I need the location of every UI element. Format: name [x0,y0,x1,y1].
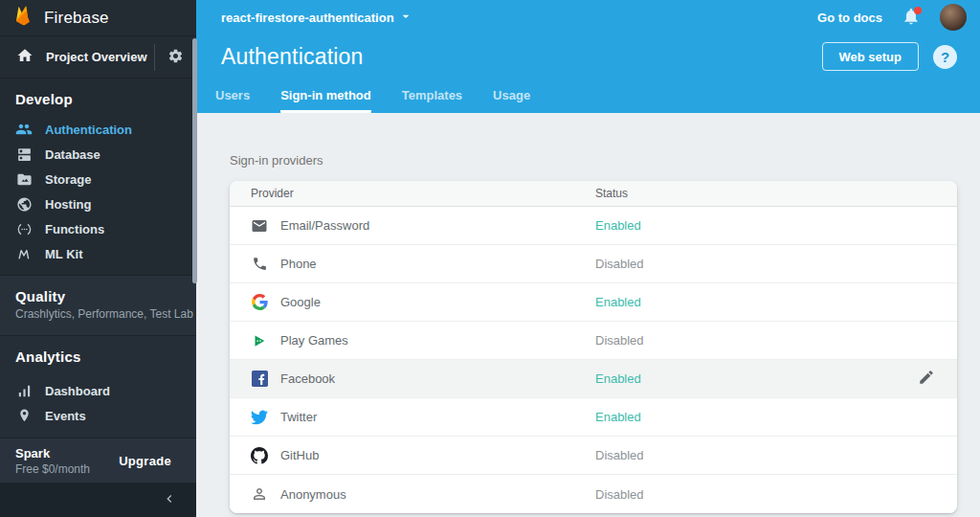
tab-bar: Users Sign-in method Templates Usage [196,79,980,113]
people-icon [15,121,33,138]
sidebar-item-ml-kit[interactable]: ML Kit [0,241,196,266]
sidebar-scrollbar[interactable] [192,38,197,283]
table-row-email-password[interactable]: Email/Password Enabled [230,207,957,245]
sidebar-item-authentication[interactable]: Authentication [0,117,196,142]
facebook-icon [251,371,268,388]
sidebar-section-quality[interactable]: Quality Crashlytics, Performance, Test L… [0,276,196,336]
provider-status: Enabled [595,295,896,309]
topbar-actions: Go to docs [817,4,967,31]
sidebar-item-dashboard[interactable]: Dashboard [0,378,196,403]
provider-status: Disabled [595,448,896,462]
provider-name: Twitter [280,410,317,424]
sidebar-section-develop: Develop Authentication Database Storage [0,79,196,276]
brand-name: Firebase [44,9,109,28]
provider-name: Anonymous [280,487,346,502]
project-switcher[interactable]: react-firestore-authentication [221,9,413,27]
provider-name: GitHub [280,448,319,462]
chevron-left-icon [162,491,177,509]
table-header: Provider Status [230,181,957,207]
provider-name: Phone [280,257,317,271]
column-provider: Provider [251,187,595,200]
ml-kit-icon [15,245,33,262]
plan-bar: Spark Free $0/month Upgrade [0,438,196,483]
firebase-brand[interactable]: Firebase [0,0,196,36]
pencil-icon [918,369,935,389]
table-row-facebook[interactable]: Facebook Enabled [230,360,957,398]
provider-status: Enabled [595,410,896,424]
functions-icon [15,220,33,237]
globe-icon [15,195,33,213]
quality-heading: Quality [0,288,196,304]
table-row-play-games[interactable]: Play Games Disabled [230,322,957,360]
title-row: Authentication Web setup ? [196,34,980,79]
table-row-github[interactable]: GitHub Disabled [230,437,957,475]
section-label: Sign-in providers [230,153,957,168]
plan-detail: Free $0/month [15,462,90,476]
firebase-logo-icon [14,5,32,31]
collapse-sidebar-button[interactable] [162,491,177,509]
bar-chart-icon [15,382,33,399]
provider-status: Enabled [595,218,896,233]
provider-name: Facebook [280,371,335,386]
go-to-docs-link[interactable]: Go to docs [817,11,882,25]
edit-provider-button[interactable] [915,368,938,391]
chevron-down-icon [398,9,413,27]
sidebar-item-storage[interactable]: Storage [0,167,196,191]
notification-badge [914,7,922,14]
provider-name: Google [280,295,321,309]
sidebar-footer [0,483,196,517]
notifications-button[interactable] [900,6,923,29]
gear-icon [167,48,184,67]
content: Sign-in providers Provider Status Email/… [196,113,980,517]
analytics-heading: Analytics [0,348,196,365]
provider-name: Email/Password [280,218,369,233]
topbar: react-firestore-authentication Go to doc… [196,0,980,34]
tab-templates[interactable]: Templates [402,79,462,113]
twitter-icon [251,409,268,426]
avatar[interactable] [940,4,967,31]
table-row-phone[interactable]: Phone Disabled [230,245,957,283]
upgrade-button[interactable]: Upgrade [107,446,183,476]
firebase-console: Firebase Project Overview Develop Authen… [0,0,980,517]
play-games-icon [251,332,268,349]
tab-users[interactable]: Users [215,79,250,113]
table-row-google[interactable]: Google Enabled [230,283,957,322]
tab-sign-in-method[interactable]: Sign-in method [280,79,371,113]
table-row-twitter[interactable]: Twitter Enabled [230,398,957,437]
sidebar-item-events[interactable]: Events [0,403,196,428]
sidebar-item-database[interactable]: Database [0,142,196,167]
sidebar-item-project-overview[interactable]: Project Overview [0,36,196,79]
github-icon [251,447,268,464]
provider-status: Enabled [595,371,896,386]
provider-name: Play Games [280,333,348,348]
main-area: react-firestore-authentication Go to doc… [196,0,980,517]
google-icon [251,294,268,311]
provider-status: Disabled [595,333,896,348]
sidebar: Firebase Project Overview Develop Authen… [0,0,196,517]
anonymous-person-icon [251,485,268,503]
project-overview-label: Project Overview [46,50,147,64]
develop-heading: Develop [0,91,196,107]
sidebar-section-analytics: Analytics Dashboard Events [0,336,196,438]
page-header: react-firestore-authentication Go to doc… [196,0,980,113]
database-icon [15,146,33,163]
plan-name: Spark [15,446,90,461]
project-name: react-firestore-authentication [221,11,394,25]
table-row-anonymous[interactable]: Anonymous Disabled [230,475,957,513]
folder-icon [15,170,33,188]
phone-icon [251,256,268,273]
project-settings-button[interactable] [154,44,196,71]
provider-status: Disabled [595,257,896,271]
web-setup-button[interactable]: Web setup [822,42,920,71]
sidebar-item-hosting[interactable]: Hosting [0,191,196,216]
home-icon [16,47,33,68]
page-title: Authentication [221,44,364,70]
sidebar-item-functions[interactable]: Functions [0,216,196,241]
providers-table: Provider Status Email/Password Enabled [230,181,957,513]
help-icon[interactable]: ? [933,45,957,69]
column-status: Status [595,187,896,200]
quality-subtitle: Crashlytics, Performance, Test Lab [0,307,196,321]
events-pin-icon [15,407,33,424]
provider-status: Disabled [595,487,896,502]
tab-usage[interactable]: Usage [493,79,530,113]
